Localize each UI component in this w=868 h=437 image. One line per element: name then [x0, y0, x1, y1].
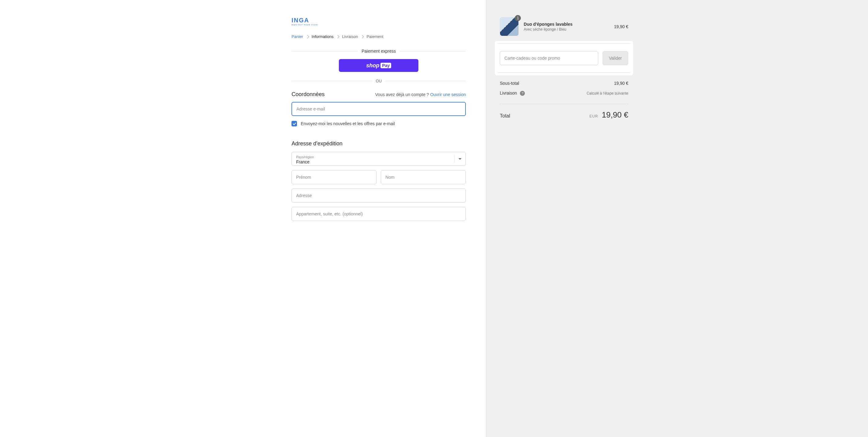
shop-pay-button[interactable]: shop Pay	[339, 59, 418, 72]
country-label: Pays/région	[296, 155, 461, 159]
subtotal-value: 19,90 €	[614, 81, 628, 86]
chevron-right-icon	[306, 35, 309, 38]
cart-item-title: Duo d'éponges lavables	[524, 22, 609, 27]
country-value: France	[296, 159, 461, 164]
cart-item: 1 Duo d'éponges lavables Avec sèche épon…	[500, 17, 628, 43]
checkmark-icon	[293, 122, 296, 125]
login-link[interactable]: Ouvrir une session	[430, 92, 466, 97]
chevron-right-icon	[361, 35, 364, 38]
newsletter-label: Envoyez-moi les nouvelles et les offres …	[301, 121, 395, 126]
apply-promo-button[interactable]: Valider	[602, 51, 628, 65]
contact-title: Coordonnées	[291, 91, 324, 98]
shop-pay-icon: shop Pay	[366, 62, 391, 69]
chevron-right-icon	[336, 35, 340, 38]
shipping-note: Calculé à l'étape suivante	[587, 91, 628, 95]
logo[interactable]: INGA BIEN FAIT POUR VOUS!	[291, 17, 466, 26]
express-checkout-header: Paiement express	[291, 49, 466, 54]
total-amount: 19,90 €	[602, 110, 628, 120]
cart-item-quantity-badge: 1	[515, 15, 521, 21]
email-field[interactable]	[291, 102, 466, 116]
login-prompt: Vous avez déjà un compte ? Ouvrir une se…	[375, 92, 466, 97]
lastname-field[interactable]	[381, 170, 466, 184]
breadcrumb-cart[interactable]: Panier	[291, 34, 303, 39]
cart-item-thumbnail: 1	[500, 17, 519, 36]
subtotal-label: Sous-total	[500, 81, 519, 86]
total-currency: EUR	[589, 114, 598, 118]
or-divider: OU	[291, 79, 466, 83]
express-checkout-title: Paiement express	[362, 49, 396, 54]
cart-item-price: 19,90 €	[614, 24, 628, 29]
help-icon[interactable]: ?	[520, 91, 525, 96]
or-label: OU	[376, 79, 382, 83]
total-label: Total	[500, 113, 510, 119]
shipping-title: Adresse d'expédition	[291, 141, 466, 147]
breadcrumb-information: Informations	[312, 34, 334, 39]
logo-text: INGA	[291, 17, 466, 23]
breadcrumb-shipping: Livraison	[342, 34, 358, 39]
breadcrumb-payment: Paiement	[366, 34, 383, 39]
breadcrumb: Panier Informations Livraison Paiement	[291, 34, 466, 39]
chevron-down-icon	[455, 155, 462, 163]
address-field[interactable]	[291, 188, 466, 203]
firstname-field[interactable]	[291, 170, 376, 184]
shipping-label: Livraison ?	[500, 91, 525, 96]
promo-code-input[interactable]	[500, 51, 598, 65]
country-select[interactable]: Pays/région France	[291, 152, 466, 166]
cart-item-variant: Avec sèche éponge / Bleu	[524, 27, 609, 31]
newsletter-checkbox[interactable]	[291, 121, 297, 126]
logo-subtext: BIEN FAIT POUR VOUS!	[291, 24, 466, 26]
address2-field[interactable]	[291, 207, 466, 221]
